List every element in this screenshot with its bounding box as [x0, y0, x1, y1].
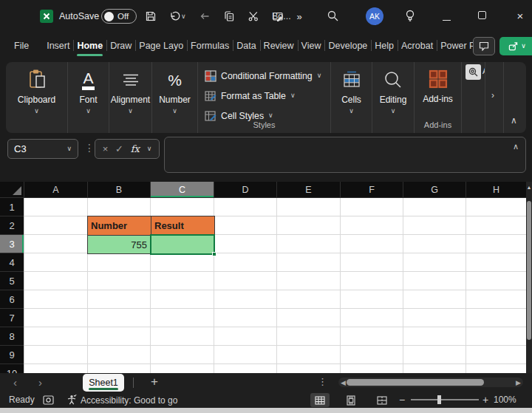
add-sheet-button[interactable]: +	[151, 375, 158, 389]
number-group[interactable]: % Number ∨	[152, 62, 198, 133]
menu-tab-formulas[interactable]: Formulas	[187, 33, 233, 59]
column-header-c[interactable]: C	[151, 182, 214, 198]
column-header-h[interactable]: H	[466, 182, 526, 198]
format-as-table-button[interactable]: Format as Table ∨	[198, 86, 330, 106]
cell-c2[interactable]: Result	[151, 216, 215, 236]
enter-button[interactable]: ✓	[115, 143, 123, 154]
share-button[interactable]: ∨	[499, 37, 532, 55]
cells-group[interactable]: Cells ∨	[331, 62, 372, 133]
view-normal-button[interactable]	[310, 393, 330, 407]
autosave-toggle[interactable]: Off	[101, 9, 137, 24]
chevron-down-icon: ∨	[349, 108, 354, 115]
column-header-f[interactable]: F	[341, 182, 403, 198]
copy-button[interactable]	[223, 10, 235, 22]
column-header-a[interactable]: A	[24, 182, 88, 198]
more-commands-button[interactable]: »	[297, 11, 302, 22]
sheet-nav-next-button[interactable]: ›	[38, 376, 42, 389]
scroll-right-icon[interactable]: ▶	[516, 379, 521, 386]
menu-tab-view[interactable]: View	[298, 33, 325, 59]
minimize-button[interactable]	[436, 10, 457, 24]
vertical-scrollbar-thumb[interactable]	[527, 201, 531, 340]
row-header-1[interactable]: 1	[0, 198, 24, 216]
column-header-d[interactable]: D	[214, 182, 277, 198]
editing-group[interactable]: Editing ∨	[372, 62, 415, 133]
menu-tab-help[interactable]: Help	[371, 33, 398, 59]
save-button[interactable]	[145, 10, 157, 22]
cancel-button[interactable]: ×	[103, 143, 109, 154]
undo-icon	[169, 10, 181, 22]
close-button[interactable]: ×	[510, 10, 531, 22]
chevron-down-icon: ∨	[86, 108, 91, 115]
collapse-ribbon-button[interactable]: ∧	[504, 62, 526, 133]
cells-area[interactable]: Number Result 755	[24, 198, 526, 373]
accessibility-status[interactable]: Accessibility: Good to go	[66, 395, 177, 406]
row-header-5[interactable]: 5	[0, 272, 24, 290]
menu-tab-data[interactable]: Data	[233, 33, 259, 59]
scroll-left-icon[interactable]: ◀	[341, 379, 346, 386]
row-header-8[interactable]: 8	[0, 327, 24, 346]
addins-group[interactable]: Add-ins Add-ins	[415, 62, 462, 133]
cell-b3[interactable]: 755	[87, 235, 151, 254]
select-all-button[interactable]	[0, 182, 24, 198]
sheet-tab-sheet1[interactable]: Sheet1	[83, 374, 124, 392]
cell-b2[interactable]: Number	[87, 216, 151, 236]
sheet-menu-dots-icon[interactable]: ⋮	[318, 376, 327, 387]
menu-tab-insert[interactable]: Insert	[43, 33, 73, 59]
menu-tab-acrobat[interactable]: Acrobat	[398, 33, 437, 59]
zoom-slider-thumb[interactable]	[437, 395, 441, 404]
column-header-g[interactable]: G	[403, 182, 466, 198]
zoom-in-button[interactable]: +	[482, 394, 488, 406]
vertical-scrollbar[interactable]: ▲	[526, 182, 532, 373]
zoom-slider[interactable]	[411, 399, 479, 400]
formula-input[interactable]: ∧	[164, 137, 526, 173]
name-box[interactable]: C3 ∨	[7, 139, 78, 159]
share-icon	[508, 41, 518, 51]
undo-button[interactable]: ∨	[169, 10, 186, 22]
menu-tab-home[interactable]: Home	[73, 33, 106, 59]
view-page-layout-button[interactable]	[341, 393, 361, 407]
zoom-level[interactable]: 100%	[494, 395, 516, 405]
chevron-down-icon: ∨	[268, 112, 273, 119]
horizontal-scrollbar-thumb[interactable]	[347, 379, 484, 386]
lightbulb-button[interactable]	[403, 9, 417, 23]
macro-record-button[interactable]	[43, 395, 54, 405]
horizontal-scrollbar[interactable]: ◀ ▶	[338, 378, 523, 387]
maximize-button[interactable]	[471, 11, 492, 19]
zoom-out-button[interactable]: −	[399, 394, 405, 406]
menu-tab-developer[interactable]: Develope	[324, 33, 371, 59]
column-header-e[interactable]: E	[277, 182, 341, 198]
search-button[interactable]	[327, 10, 339, 22]
analyze-data-icon	[466, 64, 481, 80]
font-group[interactable]: A Font ∨	[68, 62, 109, 133]
row-header-7[interactable]: 7	[0, 309, 24, 327]
insert-function-button[interactable]: fx	[131, 143, 140, 154]
menu-tab-review[interactable]: Review	[260, 33, 298, 59]
back-button[interactable]	[199, 10, 211, 22]
row-header-2[interactable]: 2	[0, 216, 24, 235]
formula-bar-row: C3 ∨ ⋮ × ✓ fx ∨ ∧	[0, 134, 532, 177]
scroll-up-icon[interactable]: ▲	[526, 185, 532, 190]
alignment-group[interactable]: Alignment ∨	[109, 62, 152, 133]
undo-dropdown-icon[interactable]: ∨	[181, 13, 186, 20]
ribbon-more-button[interactable]: ›	[485, 62, 504, 133]
menu-tab-draw[interactable]: Draw	[106, 33, 135, 59]
comments-button[interactable]	[473, 37, 495, 55]
formula-expand-button[interactable]: ∧	[513, 142, 519, 151]
fill-handle[interactable]	[212, 252, 216, 256]
row-header-6[interactable]: 6	[0, 290, 24, 309]
row-header-10[interactable]: 10	[0, 364, 24, 373]
conditional-formatting-button[interactable]: Conditional Formatting ∨	[198, 66, 330, 86]
column-header-b[interactable]: B	[88, 182, 151, 198]
account-avatar[interactable]: AK	[366, 7, 383, 25]
menu-tab-page-layout[interactable]: Page Layo	[135, 33, 187, 59]
view-page-break-button[interactable]	[372, 393, 392, 407]
clipboard-group[interactable]: Clipboard ∨	[6, 62, 68, 133]
sheet-nav-prev-button[interactable]: ‹	[13, 376, 17, 389]
cut-button[interactable]	[248, 10, 259, 22]
row-header-3[interactable]: 3	[0, 235, 24, 253]
row-header-4[interactable]: 4	[0, 253, 24, 272]
menu-tab-file[interactable]: File	[10, 33, 33, 59]
analyze-data-addin[interactable]: A	[462, 62, 485, 133]
row-header-9[interactable]: 9	[0, 346, 24, 364]
cell-c3[interactable]	[151, 235, 215, 254]
